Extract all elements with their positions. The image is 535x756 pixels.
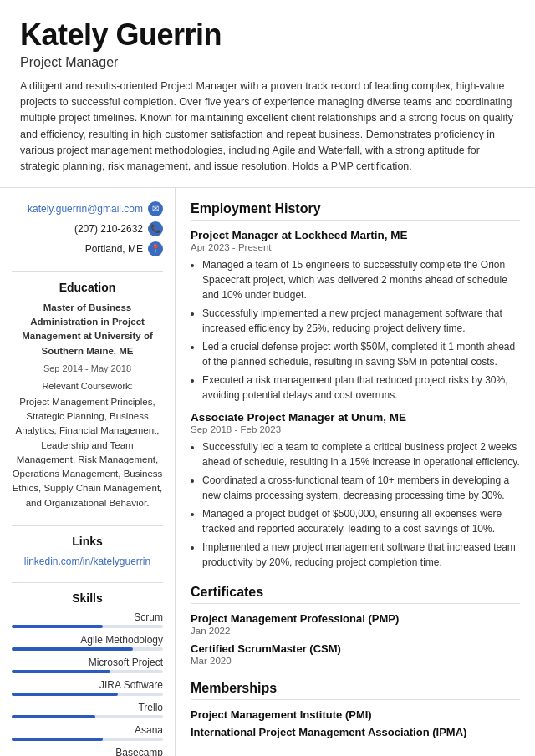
contact-section: kately.guerrin@gmail.com ✉ (207) 210-263… (12, 201, 163, 256)
job-bullets: Successfully led a team to complete a cr… (191, 439, 520, 570)
skill-bar-bg (12, 738, 163, 741)
job-title: Project Manager at Lockheed Martin, ME (191, 229, 520, 241)
contact-phone-item: (207) 210-2632 📞 (12, 221, 163, 236)
phone-text: (207) 210-2632 (74, 223, 143, 235)
skill-bar-fill (12, 738, 103, 741)
contact-email-item: kately.guerrin@gmail.com ✉ (12, 201, 163, 216)
location-text: Portland, ME (85, 243, 143, 255)
skill-name: Scrum (12, 611, 163, 623)
skill-item: Basecamp (12, 747, 163, 756)
divider-2 (12, 525, 163, 526)
jobs-list: Project Manager at Lockheed Martin, ME A… (191, 229, 520, 570)
links-section: Links linkedin.com/in/katelyguerrin (12, 535, 163, 567)
email-link[interactable]: kately.guerrin@gmail.com (28, 203, 143, 215)
job-bullets: Managed a team of 15 engineers to succes… (191, 257, 520, 403)
skill-bar-fill (12, 670, 110, 673)
skill-bar-bg (12, 693, 163, 696)
skill-name: Trello (12, 702, 163, 713)
memberships-list: Project Management Institute (PMI)Intern… (191, 708, 520, 738)
candidate-summary: A diligent and results-oriented Project … (20, 79, 515, 175)
skill-item: Agile Methodology (12, 634, 163, 651)
memberships-title: Memberships (191, 681, 520, 700)
courses-label: Relevant Coursework: (12, 379, 163, 393)
job-entry: Associate Project Manager at Unum, ME Se… (191, 411, 520, 570)
candidate-title: Project Manager (20, 55, 515, 70)
skill-bar-bg (12, 670, 163, 673)
education-degree: Master of Business Administration in Pro… (12, 301, 163, 358)
header-section: Kately Guerrin Project Manager A diligen… (0, 0, 535, 187)
email-icon: ✉ (148, 201, 163, 216)
skills-section: Skills Scrum Agile Methodology Microsoft… (12, 591, 163, 756)
employment-section: Employment History Project Manager at Lo… (191, 201, 520, 570)
skill-item: JIRA Software (12, 679, 163, 696)
education-section: Education Master of Business Administrat… (12, 281, 163, 510)
skill-item: Scrum (12, 611, 163, 628)
bullet-item: Coordinated a cross-functional team of 1… (202, 473, 520, 503)
divider-1 (12, 271, 163, 272)
body-columns: kately.guerrin@gmail.com ✉ (207) 210-263… (0, 187, 535, 756)
skill-name: Microsoft Project (12, 657, 163, 668)
linkedin-item: linkedin.com/in/katelyguerrin (12, 555, 163, 567)
bullet-item: Successfully implemented a new project m… (202, 306, 520, 336)
left-column: kately.guerrin@gmail.com ✉ (207) 210-263… (0, 188, 176, 756)
membership-item: International Project Management Associa… (191, 726, 520, 738)
contact-location-item: Portland, ME 📍 (12, 241, 163, 256)
right-column: Employment History Project Manager at Lo… (176, 188, 535, 756)
skill-name: Asana (12, 724, 163, 736)
bullet-item: Managed a team of 15 engineers to succes… (202, 257, 520, 302)
skill-bar-fill (12, 625, 103, 628)
skill-bar-bg (12, 625, 163, 628)
certificates-section: Certificates Project Management Professi… (191, 585, 520, 666)
skill-bar-fill (12, 693, 118, 696)
skill-bar-fill (12, 647, 133, 651)
courses-text: Project Management Principles, Strategic… (12, 395, 163, 510)
skill-name: Basecamp (12, 747, 163, 756)
cert-entry: Project Management Professional (PMP) Ja… (191, 612, 520, 636)
cert-name: Certified ScrumMaster (CSM) (191, 642, 520, 655)
phone-icon: 📞 (148, 221, 163, 236)
skill-bar-bg (12, 715, 163, 718)
bullet-item: Led a crucial defense project worth $50M… (202, 339, 520, 369)
cert-date: Mar 2020 (191, 656, 520, 666)
location-icon: 📍 (148, 241, 163, 256)
linkedin-link[interactable]: linkedin.com/in/katelyguerrin (24, 556, 150, 567)
cert-name: Project Management Professional (PMP) (191, 612, 520, 625)
skill-name: JIRA Software (12, 679, 163, 691)
certs-list: Project Management Professional (PMP) Ja… (191, 612, 520, 666)
skill-item: Microsoft Project (12, 657, 163, 673)
certificates-title: Certificates (191, 585, 520, 604)
skill-item: Asana (12, 724, 163, 741)
membership-item: Project Management Institute (PMI) (191, 708, 520, 721)
employment-title: Employment History (191, 201, 520, 221)
skill-bar-bg (12, 647, 163, 651)
skills-list: Scrum Agile Methodology Microsoft Projec… (12, 611, 163, 756)
cert-date: Jan 2022 (191, 626, 520, 636)
skill-item: Trello (12, 702, 163, 718)
education-dates: Sep 2014 - May 2018 (12, 362, 163, 376)
job-title: Associate Project Manager at Unum, ME (191, 411, 520, 424)
skills-title: Skills (12, 591, 163, 605)
job-dates: Apr 2023 - Present (191, 242, 520, 252)
education-title: Education (12, 281, 163, 294)
bullet-item: Managed a project budget of $500,000, en… (202, 506, 520, 536)
bullet-item: Successfully led a team to complete a cr… (202, 439, 520, 469)
divider-3 (12, 582, 163, 583)
cert-entry: Certified ScrumMaster (CSM) Mar 2020 (191, 642, 520, 666)
memberships-section: Memberships Project Management Institute… (191, 681, 520, 738)
job-dates: Sep 2018 - Feb 2023 (191, 424, 520, 434)
resume-wrapper: Kately Guerrin Project Manager A diligen… (0, 0, 535, 756)
skill-name: Agile Methodology (12, 634, 163, 646)
bullet-item: Executed a risk management plan that red… (202, 373, 520, 403)
bullet-item: Implemented a new project management sof… (202, 540, 520, 570)
skill-bar-fill (12, 715, 95, 718)
candidate-name: Kately Guerrin (20, 18, 515, 52)
job-entry: Project Manager at Lockheed Martin, ME A… (191, 229, 520, 403)
links-title: Links (12, 535, 163, 548)
